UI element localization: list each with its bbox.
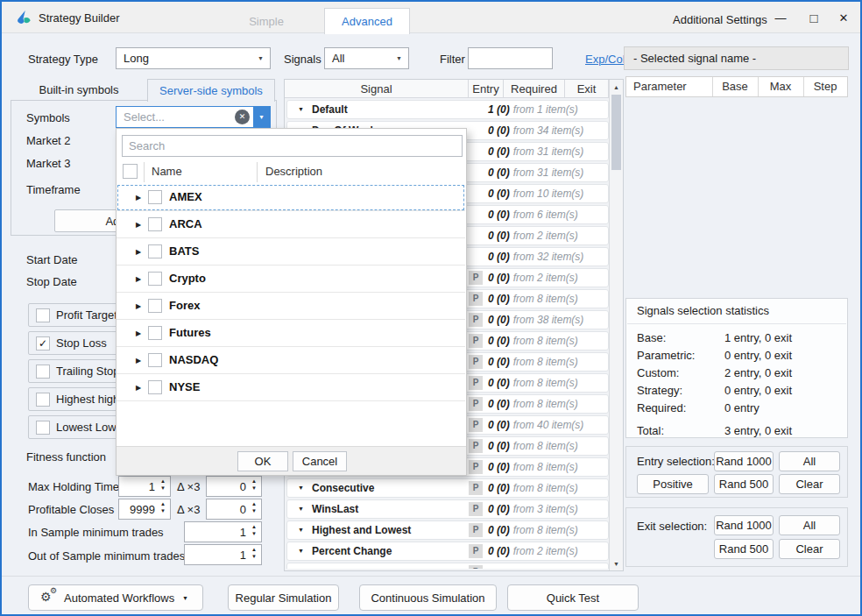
checkbox-icon[interactable] [148, 299, 162, 313]
signal-row[interactable]: ▼ Highest and Lowest P 0 (0)from 8 item(… [286, 520, 609, 540]
spin-up-icon[interactable]: ▲ [251, 478, 257, 484]
checkbox-icon[interactable] [148, 272, 162, 286]
parametric-badge: P [469, 439, 483, 453]
checkbox-icon[interactable] [148, 244, 162, 258]
close-button[interactable]: ✕ [832, 7, 855, 28]
entry-rand-1000-button[interactable]: Rand 1000 [714, 451, 774, 471]
minimize-button[interactable]: — [769, 7, 792, 28]
expand-right-icon[interactable]: ▶ [136, 302, 141, 310]
spin-down-icon[interactable]: ▼ [251, 508, 257, 513]
option-label: Highest high [56, 393, 119, 406]
symbol-group-row[interactable]: ▶ NASDAQ [117, 347, 465, 374]
spin-down-icon[interactable]: ▼ [251, 485, 257, 491]
spin-up-icon[interactable]: ▲ [160, 478, 166, 484]
out-sample-spinner[interactable]: 1 ▲▼ [184, 544, 262, 565]
entry-positive-button[interactable]: Positive [637, 474, 709, 494]
symbol-group-name: BATS [169, 244, 199, 258]
signal-counts: 0 (0)from 6 item(s) [488, 209, 578, 221]
exit-rand-1000-button[interactable]: Rand 1000 [714, 515, 774, 535]
spin-up-icon[interactable]: ▲ [160, 501, 166, 506]
max-holding-time-spinner[interactable]: 1 ▲▼ [118, 476, 171, 497]
expand-right-icon[interactable]: ▶ [136, 248, 141, 256]
cancel-button[interactable]: Cancel [293, 451, 347, 471]
exit-rand-500-button[interactable]: Rand 500 [714, 539, 774, 559]
combobox-dropdown-button[interactable]: ▼ [253, 107, 270, 127]
expand-right-icon[interactable]: ▶ [136, 221, 141, 229]
expand-icon[interactable]: ▼ [298, 548, 304, 554]
expand-right-icon[interactable]: ▶ [136, 275, 141, 283]
expand-right-icon[interactable]: ▶ [136, 329, 141, 337]
select-all-checkbox[interactable] [123, 164, 138, 179]
expand-right-icon[interactable]: ▶ [136, 384, 141, 392]
tab-advanced[interactable]: Advanced [324, 8, 410, 34]
scroll-up-button[interactable]: ▲ [610, 81, 623, 93]
symbol-group-row[interactable]: ▶ BATS [117, 238, 465, 266]
tab-built-in-symbols[interactable]: Built-in symbols [12, 79, 145, 101]
symbols-select-combobox[interactable]: Select... ✕ ▼ [116, 106, 271, 128]
spin-up-icon[interactable]: ▲ [251, 524, 257, 529]
name-column-header: Name [152, 165, 182, 178]
symbol-group-row[interactable]: ▶ ARCA [117, 211, 465, 238]
checkbox-icon[interactable] [148, 326, 162, 340]
profitable-delta-spinner[interactable]: 0 ▲▼ [206, 499, 262, 520]
symbol-group-name: NYSE [169, 380, 200, 393]
maximize-button[interactable]: □ [802, 7, 825, 28]
symbol-group-name: NASDAQ [169, 353, 218, 366]
max-holding-delta-spinner[interactable]: 0 ▲▼ [206, 476, 262, 497]
exit-clear-button[interactable]: Clear [779, 539, 840, 559]
expand-icon[interactable]: ▼ [298, 106, 304, 112]
signal-row[interactable]: ▼ Consecutive P 0 (0)from 8 item(s) [286, 478, 609, 498]
spin-up-icon[interactable]: ▲ [251, 501, 257, 506]
signal-row[interactable]: ▼ WinsLast P 0 (0)from 3 item(s) [286, 499, 609, 519]
expand-right-icon[interactable]: ▶ [136, 357, 141, 365]
expand-collapse-link[interactable]: Exp/Col [585, 53, 625, 66]
tab-simple[interactable]: Simple [223, 8, 310, 34]
checkbox-icon[interactable] [148, 217, 162, 231]
spin-down-icon[interactable]: ▼ [160, 508, 166, 513]
chevron-down-icon: ▼ [396, 55, 402, 61]
signal-row[interactable]: ▼ P [286, 563, 609, 569]
symbol-group-row[interactable]: ▶ Crypto [117, 266, 465, 293]
regular-simulation-button[interactable]: Regular Simulation [228, 584, 339, 611]
signals-scrollbar[interactable]: ▲ ▼ [609, 80, 623, 570]
window-title: Strategy Builder [39, 11, 120, 25]
continuous-simulation-button[interactable]: Continuous Simulation [359, 584, 497, 611]
symbol-group-row[interactable]: ▶ Futures [117, 320, 465, 347]
tab-server-side-symbols-label: Server-side symbols [159, 84, 263, 97]
signals-filter-select[interactable]: All ▼ [324, 47, 409, 69]
symbol-group-row[interactable]: ▶ AMEX [117, 184, 465, 211]
signal-row[interactable]: ▼ Default P 1 (0)from 1 item(s) [286, 100, 609, 119]
automated-workflows-button[interactable]: ⚙ ⚙ Automated Workflows ▼ [28, 584, 203, 611]
scrollbar-thumb[interactable] [611, 95, 621, 170]
profitable-closes-spinner[interactable]: 9999 ▲▼ [118, 499, 171, 520]
entry-all-button[interactable]: All [779, 451, 840, 471]
scroll-down-button[interactable]: ▼ [610, 557, 623, 570]
symbol-search-input[interactable] [122, 135, 463, 157]
exit-all-button[interactable]: All [779, 515, 840, 535]
entry-clear-button[interactable]: Clear [779, 474, 840, 494]
filter-input[interactable] [468, 47, 553, 69]
strategy-type-select[interactable]: Long ▼ [116, 47, 271, 69]
signal-row[interactable]: ▼ Percent Change P 0 (0)from 2 item(s) [286, 542, 609, 561]
signal-counts: 0 (0)from 8 item(s) [488, 356, 578, 368]
symbol-group-row[interactable]: ▶ NYSE [117, 374, 465, 401]
expand-icon[interactable]: ▼ [298, 506, 304, 512]
expand-icon[interactable]: ▼ [298, 485, 304, 491]
spin-down-icon[interactable]: ▼ [251, 554, 257, 559]
quick-test-button[interactable]: Quick Test [507, 584, 639, 611]
ok-button[interactable]: OK [237, 451, 288, 471]
signal-counts: 0 (0)from 40 item(s) [488, 419, 583, 431]
spin-down-icon[interactable]: ▼ [251, 531, 257, 536]
in-sample-spinner[interactable]: 1 ▲▼ [184, 521, 262, 542]
checkbox-icon[interactable] [148, 190, 162, 204]
tab-server-side-symbols[interactable]: Server-side symbols [147, 79, 275, 102]
entry-rand-500-button[interactable]: Rand 500 [714, 474, 774, 494]
spin-up-icon[interactable]: ▲ [251, 547, 257, 552]
checkbox-icon[interactable] [148, 353, 162, 367]
expand-right-icon[interactable]: ▶ [136, 194, 141, 202]
symbol-group-row[interactable]: ▶ Forex [117, 293, 465, 320]
expand-icon[interactable]: ▼ [298, 527, 304, 533]
clear-icon[interactable]: ✕ [235, 110, 250, 124]
spin-down-icon[interactable]: ▼ [160, 485, 166, 491]
checkbox-icon[interactable] [148, 380, 162, 394]
